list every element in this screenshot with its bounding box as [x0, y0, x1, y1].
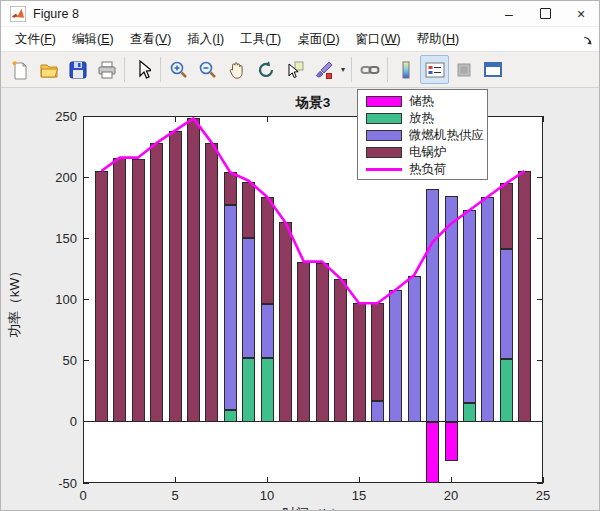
new-document-button[interactable]	[5, 55, 34, 84]
rotate-3d-icon	[256, 60, 276, 80]
figure-canvas: 场景3 功率（kW） 时间（h） 250200150100500-5005101…	[1, 88, 599, 511]
legend-label: 储热	[409, 93, 434, 110]
y-tick-label: 200	[35, 170, 77, 185]
pan-hand-button[interactable]	[222, 55, 251, 84]
toolbar: ▾	[1, 52, 599, 88]
insert-colorbar-icon	[399, 60, 413, 80]
toolbar-separator	[351, 57, 352, 82]
minimize-button[interactable]: –	[491, 1, 527, 26]
legend-item: 热负荷	[358, 161, 487, 178]
toolbar-separator	[160, 57, 161, 82]
zoom-in-icon	[169, 60, 189, 80]
x-tick-label: 0	[63, 488, 103, 503]
rotate-3d-button[interactable]	[251, 55, 280, 84]
legend-label: 微燃机热供应	[409, 127, 484, 144]
menu-item[interactable]: 帮助(H)	[409, 28, 467, 51]
open-folder-button[interactable]	[34, 55, 63, 84]
menu-item[interactable]: 插入(I)	[179, 28, 232, 51]
disabled-square-button	[449, 55, 478, 84]
menu-item[interactable]: 查看(V)	[122, 28, 180, 51]
data-cursor-icon	[286, 60, 304, 80]
x-tick-label: 5	[155, 488, 195, 503]
x-tick-label: 25	[523, 488, 563, 503]
y-tick-label: 0	[35, 414, 77, 429]
legend-label: 放热	[409, 110, 434, 127]
brush-icon	[315, 60, 333, 80]
insert-colorbar-button[interactable]	[391, 55, 420, 84]
y-axis-label: 功率（kW）	[6, 256, 24, 346]
zoom-out-icon	[198, 60, 218, 80]
x-tick-label: 15	[339, 488, 379, 503]
x-tick-label: 10	[247, 488, 287, 503]
legend-item: 微燃机热供应	[358, 127, 487, 144]
zoom-in-button[interactable]	[164, 55, 193, 84]
legend-item: 储热	[358, 93, 487, 110]
link-plots-button[interactable]	[355, 55, 384, 84]
brush-dropdown-icon[interactable]: ▾	[338, 65, 348, 74]
matlab-figure-icon	[10, 6, 26, 22]
zoom-out-button[interactable]	[193, 55, 222, 84]
figure-window: Figure 8 – × 文件(F)编辑(E)查看(V)插入(I)工具(T)桌面…	[0, 0, 600, 511]
legend-swatch	[366, 130, 402, 141]
y-tick-label: 150	[35, 231, 77, 246]
y-tick-label: 100	[35, 292, 77, 307]
legend-label: 电锅炉	[409, 144, 447, 161]
save-icon	[69, 61, 87, 79]
dock-figure-icon	[483, 61, 503, 79]
window-title: Figure 8	[33, 7, 79, 21]
new-document-icon	[11, 60, 29, 80]
menu-item[interactable]: 工具(T)	[232, 28, 289, 51]
legend[interactable]: 储热放热微燃机热供应电锅炉热负荷	[357, 89, 488, 180]
legend-item: 电锅炉	[358, 144, 487, 161]
legend-swatch	[366, 147, 402, 158]
link-plots-icon	[360, 61, 380, 79]
x-axis-label: 时间（h）	[83, 505, 543, 511]
toolbar-separator	[124, 57, 125, 82]
save-button[interactable]	[63, 55, 92, 84]
insert-legend-button[interactable]	[420, 55, 449, 84]
title-bar: Figure 8 – ×	[1, 1, 599, 27]
open-folder-icon	[39, 60, 59, 80]
menu-item[interactable]: 编辑(E)	[64, 28, 122, 51]
dock-arrow-icon[interactable]	[582, 32, 593, 50]
print-icon	[97, 61, 117, 79]
dock-figure-button[interactable]	[478, 55, 507, 84]
legend-label: 热负荷	[409, 161, 447, 178]
print-button[interactable]	[92, 55, 121, 84]
legend-line-swatch	[366, 168, 402, 171]
data-cursor-button[interactable]	[280, 55, 309, 84]
menu-item[interactable]: 桌面(D)	[289, 28, 347, 51]
maximize-icon	[540, 8, 551, 19]
arrow-cursor-icon	[135, 60, 151, 80]
legend-swatch	[366, 96, 402, 107]
y-tick-label: 50	[35, 353, 77, 368]
disabled-square-icon	[455, 61, 473, 79]
insert-legend-icon	[425, 61, 445, 79]
legend-item: 放热	[358, 110, 487, 127]
pan-hand-icon	[228, 60, 246, 80]
menu-item[interactable]: 文件(F)	[7, 28, 64, 51]
y-tick-label: 250	[35, 109, 77, 124]
close-button[interactable]: ×	[563, 1, 599, 26]
menu-bar: 文件(F)编辑(E)查看(V)插入(I)工具(T)桌面(D)窗口(W)帮助(H)	[1, 27, 599, 52]
legend-swatch	[366, 113, 402, 124]
toolbar-separator	[387, 57, 388, 82]
brush-button[interactable]	[309, 55, 338, 84]
menu-item[interactable]: 窗口(W)	[348, 28, 409, 51]
arrow-cursor-button[interactable]	[128, 55, 157, 84]
maximize-button[interactable]	[527, 1, 563, 26]
x-tick-label: 20	[431, 488, 471, 503]
